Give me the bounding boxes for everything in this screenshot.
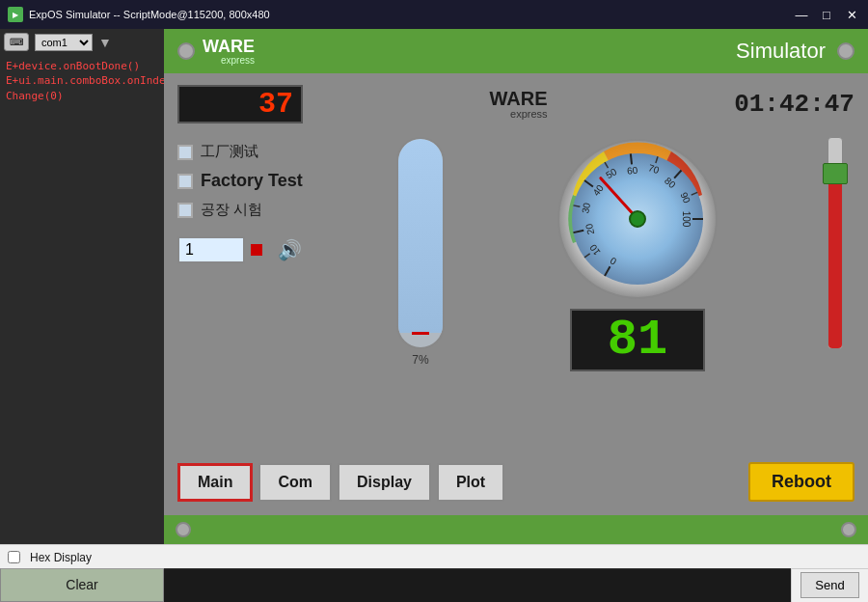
number-display: 37	[177, 85, 303, 123]
minimize-button[interactable]: —	[793, 8, 810, 22]
thermo-label: 7%	[412, 353, 428, 367]
com-dropdown-arrow[interactable]: ▼	[98, 35, 112, 50]
nav-row: Main Com Display Plot Reboot	[177, 456, 854, 506]
nav-plot-button[interactable]: Plot	[437, 463, 504, 502]
speedometer: 0 10 20	[556, 137, 719, 301]
sidebar: ⌨ com0 com1 com2 com3 ▼ E+device.onBootD…	[0, 29, 164, 544]
speaker-icon[interactable]: 🔊	[278, 238, 302, 261]
status-top: Hex Display	[0, 545, 868, 568]
title-controls: — □ ✕	[793, 8, 860, 22]
checkbox-factory-cn[interactable]	[177, 145, 193, 160]
slider-container	[816, 133, 854, 449]
top-row: 37 WARE express 01:42:47	[177, 83, 854, 125]
app-icon: ▶	[8, 7, 23, 22]
middle-row: 工厂测试 Factory Test 공장 시험 🔊	[177, 133, 854, 449]
slider-fill	[828, 180, 842, 348]
status-circle-left	[177, 42, 195, 60]
center-logo: WARE express	[490, 89, 548, 120]
thermo-blue-fill	[398, 139, 443, 333]
clear-button[interactable]: Clear	[0, 568, 164, 602]
close-button[interactable]: ✕	[843, 8, 860, 22]
slider-track[interactable]	[827, 137, 843, 349]
simulator-label: Simulator	[736, 39, 826, 64]
send-button-area: Send	[791, 568, 868, 602]
checkbox-label-3: 공장 시험	[201, 201, 262, 219]
serial-input-field[interactable]	[164, 568, 791, 602]
reboot-button[interactable]: Reboot	[748, 462, 854, 502]
keyboard-icon: ⌨	[10, 37, 23, 47]
sim-header: WARE express Simulator	[164, 29, 868, 73]
title-bar-left: ▶ ExpOS Simulator -- ScriptMode@115200, …	[8, 7, 270, 22]
status-circle-right	[837, 42, 854, 60]
title-bar: ▶ ExpOS Simulator -- ScriptMode@115200, …	[0, 0, 868, 29]
sim-body: 37 WARE express 01:42:47 工厂测试	[164, 73, 868, 515]
svg-line-15	[631, 153, 632, 164]
svg-text:100: 100	[681, 211, 692, 228]
footer-circle-left	[176, 522, 191, 537]
footer-circle-right	[841, 522, 856, 537]
red-square-indicator	[251, 244, 262, 256]
big-number-display: 81	[570, 309, 705, 371]
keyboard-button[interactable]: ⌨	[4, 33, 29, 51]
slider-thumb[interactable]	[823, 163, 848, 184]
log-area: E+device.onBootDone() E+ui.main.comboBox…	[4, 57, 160, 540]
number-input[interactable]	[177, 236, 245, 263]
checkbox-factory-en[interactable]	[177, 174, 193, 189]
ware-logo-header: WARE	[203, 38, 255, 55]
ware-logo-header-container: WARE express	[203, 38, 255, 66]
nav-buttons: Main Com Display Plot	[177, 463, 504, 502]
com-select[interactable]: com0 com1 com2 com3	[35, 34, 93, 51]
log-line-2: E+ui.main.comboBox.onIndex	[6, 73, 158, 88]
nav-main-button[interactable]: Main	[177, 463, 253, 502]
checkbox-label-2: Factory Test	[201, 171, 303, 191]
speedometer-svg: 0 10 20	[556, 137, 719, 301]
header-right: Simulator	[736, 39, 854, 64]
hex-display-checkbox[interactable]	[8, 551, 20, 563]
checkbox-factory-ko[interactable]	[177, 203, 193, 218]
title-text: ExpOS Simulator -- ScriptMode@115200, 80…	[29, 9, 270, 20]
nav-display-button[interactable]: Display	[338, 463, 431, 502]
main-container: ⌨ com0 com1 com2 com3 ▼ E+device.onBootD…	[0, 29, 868, 544]
ware-express-sub-header: express	[203, 55, 255, 66]
checkbox-row-1: 工厂测试	[177, 143, 370, 161]
toolbar-row: ⌨ com0 com1 com2 com3 ▼	[4, 33, 160, 51]
thermometer-container: 7%	[382, 133, 459, 449]
left-controls: 工厂测试 Factory Test 공장 시험 🔊	[177, 133, 370, 449]
ware-express-main: express	[490, 108, 548, 120]
nav-com-button[interactable]: Com	[258, 463, 332, 502]
status-bottom: Clear Send	[0, 568, 868, 602]
checkbox-row-2: Factory Test	[177, 171, 370, 191]
svg-text:60: 60	[627, 165, 639, 177]
ware-logo-main: WARE	[490, 89, 548, 108]
clock-display: 01:42:47	[734, 90, 854, 119]
simulator-panel: WARE express Simulator 37 WARE express 0…	[164, 29, 868, 544]
input-row: 🔊	[177, 236, 370, 263]
thermometer	[396, 137, 445, 349]
log-line-1: E+device.onBootDone()	[6, 59, 158, 73]
right-controls: 0 10 20	[471, 133, 804, 449]
gauge-center-dot	[630, 211, 645, 227]
send-button[interactable]: Send	[800, 572, 858, 598]
checkbox-row-3: 공장 시험	[177, 201, 370, 219]
thermo-red-indicator	[412, 332, 429, 335]
maximize-button[interactable]: □	[818, 8, 835, 22]
header-left: WARE express	[177, 38, 255, 66]
checkbox-label-1: 工厂测试	[201, 143, 258, 161]
sim-footer	[164, 515, 868, 544]
log-line-3: Change(0)	[6, 89, 158, 103]
status-bar: Hex Display Clear Send	[0, 544, 868, 602]
hex-display-label: Hex Display	[30, 551, 92, 564]
